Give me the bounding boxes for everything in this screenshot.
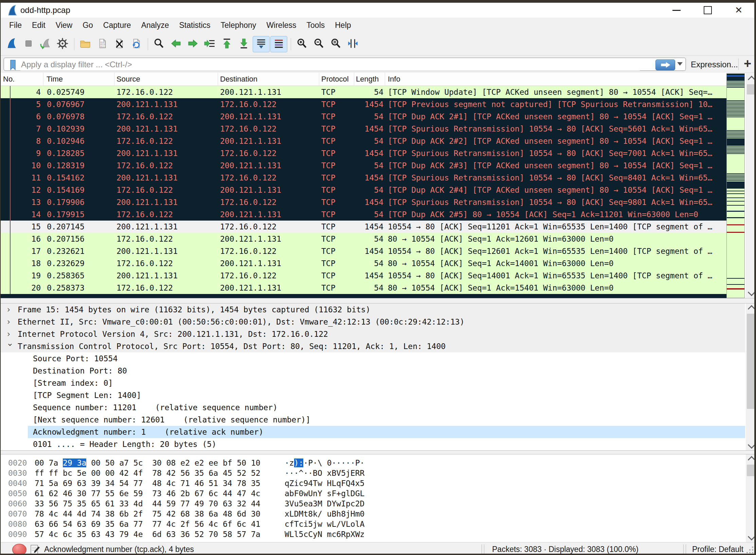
reload-file-button[interactable] [128, 36, 144, 52]
hex-ascii[interactable]: ·z):·P·\ 0·····P· [285, 458, 364, 468]
hex-ascii[interactable]: WLl5cCyN mc6RpXWz [285, 529, 364, 539]
packet-list-scrollbar[interactable] [746, 73, 754, 298]
packet-row-partial[interactable] [1, 294, 726, 298]
hex-row[interactable]: 002000 7a 29 3a 00 50 a7 5c 30 08 e2 e2 … [1, 458, 745, 468]
packet-row-7[interactable]: 70.102939200.121.1.131172.16.0.122TCP145… [1, 123, 726, 135]
menu-item-edit[interactable]: Edit [27, 19, 51, 32]
packet-row-13[interactable]: 130.179906200.121.1.131172.16.0.122TCP14… [1, 196, 726, 208]
packet-row-18[interactable]: 180.232629172.16.0.122200.121.1.131TCP54… [1, 257, 726, 270]
go-back-button[interactable] [168, 36, 184, 52]
menu-item-statistics[interactable]: Statistics [174, 19, 215, 32]
packet-row-10[interactable]: 100.128319172.16.0.122200.121.1.131TCP54… [1, 159, 726, 172]
hex-row[interactable]: 009057 4c 6c 35 63 43 79 4e 6d 63 36 52 … [1, 529, 745, 539]
close-button[interactable]: ✕ [723, 3, 754, 18]
menu-item-tools[interactable]: Tools [302, 19, 330, 32]
menu-item-file[interactable]: File [4, 19, 27, 32]
hex-row[interactable]: 0030ff ff bc 5e 00 00 42 4f 78 42 56 35 … [1, 468, 745, 478]
detail-line[interactable]: ›Frame 15: 1454 bytes on wire (11632 bit… [1, 303, 745, 316]
hex-row[interactable]: 007078 4c 44 4d 74 38 6b 2f 75 42 68 38 … [1, 509, 745, 519]
chevron-down-icon[interactable]: › [4, 342, 16, 350]
column-separator[interactable] [385, 73, 385, 86]
go-last-button[interactable] [236, 36, 252, 52]
hex-bytes[interactable]: 57 4c 6c 35 63 43 79 4e 6d 63 36 52 70 5… [35, 529, 260, 539]
packet-row-8[interactable]: 80.102946172.16.0.122200.121.1.131TCP54[… [1, 135, 726, 147]
stop-capture-button[interactable] [20, 36, 37, 52]
column-header-length[interactable]: Length [356, 75, 379, 84]
column-header-no[interactable]: No. [3, 75, 15, 84]
detail-line[interactable]: ›Transmission Control Protocol, Src Port… [1, 340, 745, 352]
menu-item-wireless[interactable]: Wireless [261, 19, 301, 32]
resize-grip[interactable] [746, 547, 754, 554]
detail-line[interactable]: Acknowledgment number: 1 (relative ack n… [1, 426, 745, 438]
detail-scrollbar[interactable] [746, 303, 754, 450]
column-header-info[interactable]: Info [388, 75, 400, 84]
hex-ascii[interactable]: ···^··BO xBV5jERR [285, 468, 364, 478]
detail-line[interactable]: Destination Port: 80 [1, 365, 745, 377]
filter-dropdown-caret[interactable] [677, 62, 683, 66]
hex-bytes[interactable]: 71 5a 69 63 39 34 54 77 48 4c 71 46 51 3… [35, 478, 260, 488]
pane-splitter-bottom[interactable] [1, 450, 754, 454]
detail-line[interactable]: [TCP Segment Len: 1400] [1, 389, 745, 401]
find-packet-button[interactable] [151, 36, 167, 52]
hex-row[interactable]: 005061 62 46 30 77 55 6e 59 73 46 2b 67 … [1, 488, 745, 499]
display-filter-input[interactable] [20, 58, 640, 71]
hex-ascii[interactable]: cfTci5jw wL/VLolA [285, 519, 364, 529]
detail-line[interactable]: [Next sequence number: 12601 (relative s… [1, 414, 745, 426]
column-separator[interactable] [319, 73, 319, 86]
packet-row-14[interactable]: 140.179915172.16.0.122200.121.1.131TCP54… [1, 208, 726, 221]
hex-bytes[interactable]: 63 66 54 63 69 35 6a 77 77 4c 2f 56 4c 6… [35, 519, 260, 529]
hex-ascii[interactable]: 3Vu5ea3M DYwIpc2D [285, 499, 364, 509]
column-header-source[interactable]: Source [116, 75, 140, 84]
menu-item-analyze[interactable]: Analyze [136, 19, 174, 32]
hex-bytes[interactable]: 33 56 75 35 65 61 33 4d 44 59 77 49 70 6… [35, 499, 260, 509]
maximize-button[interactable] [692, 3, 723, 18]
packet-row-17[interactable]: 170.232621200.121.1.131172.16.0.122TCP14… [1, 245, 726, 257]
detail-line[interactable]: Source Port: 10554 [1, 352, 745, 365]
hex-row[interactable]: 008063 66 54 63 69 35 6a 77 77 4c 2f 56 … [1, 519, 745, 529]
zoom-out-button[interactable] [311, 36, 327, 52]
hex-bytes[interactable]: 00 7a 29 3a 00 50 a7 5c 30 08 e2 e2 ee b… [35, 458, 260, 468]
hex-scroll-thumb[interactable] [747, 465, 755, 476]
detail-scroll-thumb[interactable] [747, 314, 755, 409]
capture-options-button[interactable] [54, 36, 71, 52]
column-separator[interactable] [43, 73, 43, 86]
detail-line[interactable]: Sequence number: 11201 (relative sequenc… [1, 401, 745, 414]
go-first-button[interactable] [219, 36, 235, 52]
open-file-button[interactable] [77, 36, 93, 52]
detail-line[interactable]: 0101 .... = Header Length: 20 bytes (5) [1, 438, 745, 450]
hex-row[interactable]: 006033 56 75 35 65 61 33 4d 44 59 77 49 … [1, 499, 745, 509]
column-separator[interactable] [354, 73, 354, 86]
packet-row-12[interactable]: 120.154169172.16.0.122200.121.1.131TCP54… [1, 184, 726, 196]
hex-ascii[interactable]: abF0wUnY sF+glDGL [285, 488, 364, 499]
packet-row-5[interactable]: 50.076967200.121.1.131172.16.0.122TCP145… [1, 98, 726, 110]
packet-row-4[interactable]: 40.025749172.16.0.122200.121.1.131TCP54[… [1, 86, 726, 98]
resize-columns-button[interactable] [345, 36, 361, 52]
bookmark-icon[interactable] [8, 59, 18, 72]
colorize-button[interactable] [270, 36, 287, 52]
packet-row-15[interactable]: 150.207145200.121.1.131172.16.0.122TCP14… [1, 221, 726, 233]
menu-item-telephony[interactable]: Telephony [216, 19, 262, 32]
detail-line[interactable]: ›Ethernet II, Src: Vmware_c0:00:01 (00:5… [1, 316, 745, 328]
packet-list-minimap[interactable] [726, 73, 745, 298]
hex-bytes[interactable]: 61 62 46 30 77 55 6e 59 73 46 2b 67 6c 4… [35, 488, 260, 499]
hex-ascii[interactable]: qZic94Tw HLqFQ4x5 [285, 478, 364, 488]
packet-row-9[interactable]: 90.128285200.121.1.131172.16.0.122TCP145… [1, 147, 726, 159]
packet-row-16[interactable]: 160.207156172.16.0.122200.121.1.131TCP54… [1, 233, 726, 245]
hex-ascii[interactable]: xLDMt8k/ uBh8jHm0 [285, 509, 364, 519]
chevron-right-icon[interactable]: › [6, 328, 14, 340]
menu-item-help[interactable]: Help [330, 19, 356, 32]
go-to-packet-button[interactable] [202, 36, 218, 52]
restart-capture-button[interactable] [37, 36, 54, 52]
zoom-100-button[interactable] [328, 36, 344, 52]
packet-row-20[interactable]: 200.258373172.16.0.122200.121.1.131TCP54… [1, 282, 726, 294]
pane-splitter-top[interactable] [1, 298, 754, 303]
auto-scroll-button[interactable] [253, 36, 270, 52]
chevron-right-icon[interactable]: › [6, 316, 14, 328]
detail-line[interactable]: [Stream index: 0] [1, 377, 745, 389]
column-separator[interactable] [218, 73, 218, 86]
column-header-protocol[interactable]: Protocol [321, 75, 349, 84]
menu-item-view[interactable]: View [51, 19, 77, 32]
packet-list-scroll-thumb[interactable] [747, 84, 755, 94]
minimize-button[interactable] [661, 3, 692, 18]
column-header-destination[interactable]: Destination [220, 75, 257, 84]
